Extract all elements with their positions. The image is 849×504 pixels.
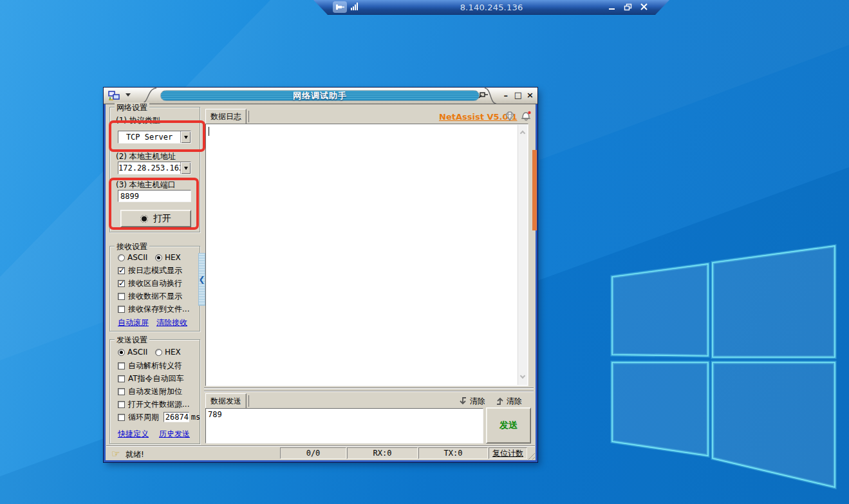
recv-autowrap-checkbox[interactable]: 接收区自动换行 bbox=[118, 278, 182, 289]
checkbox-icon bbox=[118, 306, 125, 313]
rdp-close-icon[interactable] bbox=[641, 4, 648, 10]
send-settings-title: 发送设置 bbox=[115, 335, 149, 346]
checkbox-icon bbox=[118, 401, 125, 408]
rdp-pin-button[interactable] bbox=[333, 1, 347, 13]
loop-period-input[interactable]: 26874 bbox=[163, 412, 189, 422]
loop-period-unit: ms bbox=[191, 413, 200, 422]
send-settings-group: 发送设置 ASCII HEX 自动解析转义符 AT指令自动回车 自动发送附加位 … bbox=[109, 339, 200, 444]
recv-save-file-checkbox[interactable]: 接收保存到文件... bbox=[118, 304, 189, 315]
clear-receive-link[interactable]: 清除接收 bbox=[156, 317, 187, 328]
checkbox-icon bbox=[118, 280, 125, 287]
scroll-up-icon[interactable] bbox=[521, 130, 525, 135]
quick-define-link[interactable]: 快捷定义 bbox=[118, 429, 149, 440]
radio-icon bbox=[118, 254, 125, 261]
checkbox-icon bbox=[118, 414, 125, 421]
signal-strength-icon[interactable] bbox=[351, 3, 358, 10]
radio-icon bbox=[155, 254, 162, 261]
window-menu-arrow-icon[interactable] bbox=[126, 93, 131, 99]
network-settings-group: 网络设置 (1) 协议类型 TCP Server (2) 本地主机地址 172.… bbox=[109, 107, 200, 232]
host-label: (2) 本地主机地址 bbox=[116, 151, 176, 162]
checkbox-icon bbox=[118, 293, 125, 300]
radio-icon bbox=[118, 349, 125, 356]
send-file-source-checkbox[interactable]: 打开文件数据源... bbox=[118, 399, 189, 410]
send-ascii-radio[interactable]: ASCII bbox=[118, 348, 147, 357]
host-dropdown-button[interactable] bbox=[180, 162, 191, 174]
status-tx: TX:0 bbox=[418, 447, 488, 459]
send-extra-bit-checkbox[interactable]: 自动发送附加位 bbox=[118, 386, 182, 397]
checkbox-icon bbox=[118, 362, 125, 369]
arrow-up-hook-icon bbox=[496, 397, 504, 406]
maximize-icon[interactable]: □ bbox=[514, 91, 522, 99]
pushpin-icon bbox=[335, 4, 344, 10]
chevron-down-icon bbox=[184, 136, 188, 141]
rdp-minimize-icon[interactable] bbox=[609, 4, 615, 10]
radio-icon bbox=[155, 349, 162, 356]
protocol-label: (1) 协议类型 bbox=[116, 115, 160, 126]
receive-settings-title: 接收设置 bbox=[115, 241, 149, 252]
diamond-icon[interactable] bbox=[504, 111, 516, 122]
send-escape-checkbox[interactable]: 自动解析转义符 bbox=[118, 360, 182, 371]
protocol-value: TCP Server bbox=[118, 133, 180, 142]
close-icon[interactable]: × bbox=[527, 91, 534, 99]
log-scrollbar[interactable] bbox=[518, 125, 527, 385]
recv-hide-data-checkbox[interactable]: 接收数据不显示 bbox=[118, 291, 182, 302]
rdp-connection-bar: 8.140.245.136 bbox=[313, 0, 669, 15]
scroll-down-icon[interactable] bbox=[521, 373, 525, 377]
tab-data-log[interactable]: 数据日志 bbox=[205, 109, 247, 124]
horizontal-splitter[interactable] bbox=[204, 387, 534, 392]
recv-hex-radio[interactable]: HEX bbox=[155, 253, 181, 262]
port-input[interactable]: 8899 bbox=[118, 190, 191, 202]
receive-settings-group: 接收设置 ASCII HEX 按日志模式显示 接收区自动换行 接收数据不显示 接… bbox=[109, 246, 200, 331]
host-select[interactable]: 172.28.253.162 bbox=[118, 162, 191, 174]
netassist-window: 网络调试助手 – □ × 网络设置 (1) 协议类型 TCP Server (2… bbox=[104, 88, 537, 462]
port-label: (3) 本地主机端口 bbox=[116, 180, 176, 191]
host-value: 172.28.253.162 bbox=[118, 163, 180, 173]
status-counter: 0/0 bbox=[280, 447, 346, 459]
chevron-down-icon bbox=[184, 167, 188, 172]
send-data-input[interactable]: 789 bbox=[205, 408, 483, 443]
send-button[interactable]: 发送 bbox=[486, 407, 531, 443]
edge-orange-strip bbox=[532, 150, 537, 230]
recv-log-mode-checkbox[interactable]: 按日志模式显示 bbox=[118, 265, 182, 276]
protocol-select[interactable]: TCP Server bbox=[118, 131, 191, 144]
panel-collapse-splitter[interactable]: ❮ bbox=[198, 253, 205, 306]
status-ready-text: 就绪! bbox=[126, 449, 144, 460]
minimize-icon[interactable]: – bbox=[504, 91, 508, 100]
history-send-link[interactable]: 历史发送 bbox=[159, 429, 190, 440]
clear-log-button[interactable]: 清除 bbox=[496, 396, 522, 407]
collapse-chevron-icon: ❮ bbox=[198, 275, 205, 284]
send-hex-radio[interactable]: HEX bbox=[155, 348, 181, 357]
title-pill: 网络调试助手 bbox=[160, 90, 480, 101]
send-at-cr-checkbox[interactable]: AT指令自动回车 bbox=[118, 373, 184, 384]
rdp-restore-icon[interactable] bbox=[624, 4, 632, 11]
checkbox-icon bbox=[118, 375, 125, 382]
open-button[interactable]: 打开 bbox=[120, 210, 191, 227]
data-log-area[interactable] bbox=[205, 124, 528, 386]
arrow-down-hook-icon bbox=[459, 397, 467, 406]
checkbox-icon bbox=[118, 267, 125, 274]
recv-ascii-radio[interactable]: ASCII bbox=[118, 253, 147, 262]
tab-data-send[interactable]: 数据发送 bbox=[205, 393, 247, 408]
window-title: 网络调试助手 bbox=[293, 90, 347, 102]
connection-state-icon bbox=[140, 215, 148, 223]
send-button-label: 发送 bbox=[499, 420, 518, 431]
clear-send-button[interactable]: 清除 bbox=[459, 396, 485, 407]
titlebar: 网络调试助手 – □ × bbox=[104, 88, 537, 104]
network-settings-title: 网络设置 bbox=[115, 102, 149, 113]
send-loop-period-checkbox[interactable]: 循环周期 26874ms bbox=[118, 412, 200, 423]
resize-grip-icon[interactable] bbox=[527, 451, 535, 460]
status-rx: RX:0 bbox=[347, 447, 418, 459]
bell-icon[interactable] bbox=[521, 111, 532, 122]
reset-counter-button[interactable]: 复位计数 bbox=[489, 447, 527, 459]
checkbox-icon bbox=[118, 388, 125, 395]
hand-pointer-icon: ☞ bbox=[111, 448, 120, 460]
auto-scroll-link[interactable]: 自动滚屏 bbox=[118, 317, 149, 328]
statusbar-divider bbox=[106, 445, 535, 446]
text-caret bbox=[209, 127, 209, 136]
open-button-label: 打开 bbox=[153, 213, 171, 225]
titlebar-curve-right bbox=[483, 88, 498, 104]
protocol-dropdown-button[interactable] bbox=[180, 131, 191, 143]
app-icon[interactable] bbox=[108, 91, 121, 101]
